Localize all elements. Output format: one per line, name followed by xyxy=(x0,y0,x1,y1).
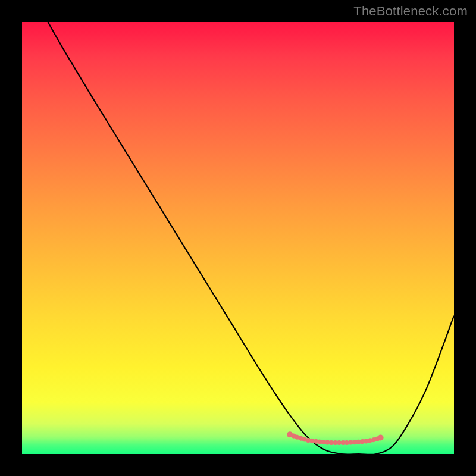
valley-marker-group xyxy=(287,431,383,443)
valley-dot-strip xyxy=(290,434,380,443)
chart-svg xyxy=(22,22,454,454)
valley-dot xyxy=(287,431,293,437)
bottleneck-curve xyxy=(48,22,454,454)
valley-dot xyxy=(378,434,384,440)
watermark-text: TheBottleneck.com xyxy=(353,4,468,19)
plot-area xyxy=(22,22,454,454)
chart-frame: TheBottleneck.com xyxy=(0,0,476,476)
